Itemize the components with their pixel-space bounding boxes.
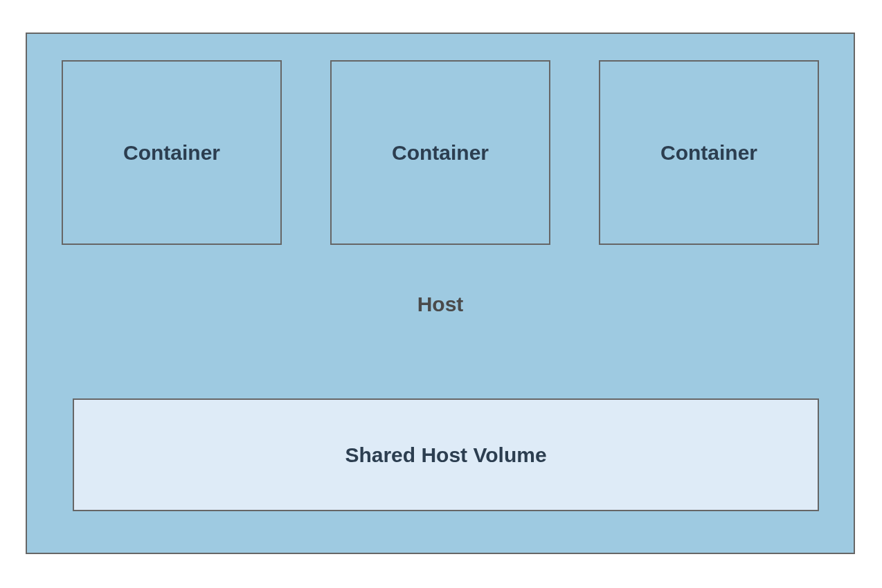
container-box-1: Container (62, 60, 282, 245)
container-box-2: Container (330, 60, 550, 245)
container-label: Container (660, 141, 757, 165)
container-label: Container (392, 141, 489, 165)
container-box-3: Container (599, 60, 819, 245)
shared-volume-box: Shared Host Volume (73, 398, 819, 511)
container-label: Container (123, 141, 220, 165)
host-label: Host (27, 293, 854, 316)
containers-row: Container Container Container (62, 60, 819, 245)
host-box: Container Container Container Host Share… (26, 33, 855, 554)
volume-label: Shared Host Volume (345, 443, 546, 467)
